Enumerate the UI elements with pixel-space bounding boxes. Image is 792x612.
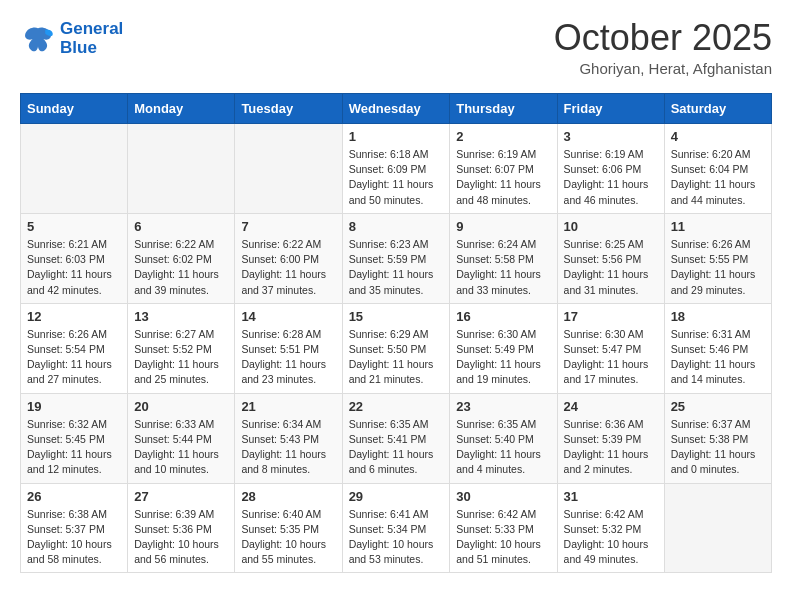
- day-number: 24: [564, 399, 658, 414]
- calendar-cell: 16Sunrise: 6:30 AMSunset: 5:49 PMDayligh…: [450, 303, 557, 393]
- calendar-cell: 8Sunrise: 6:23 AMSunset: 5:59 PMDaylight…: [342, 213, 450, 303]
- calendar-cell: 25Sunrise: 6:37 AMSunset: 5:38 PMDayligh…: [664, 393, 771, 483]
- day-number: 22: [349, 399, 444, 414]
- calendar-cell: 22Sunrise: 6:35 AMSunset: 5:41 PMDayligh…: [342, 393, 450, 483]
- day-number: 28: [241, 489, 335, 504]
- col-friday: Friday: [557, 94, 664, 124]
- calendar-cell: 29Sunrise: 6:41 AMSunset: 5:34 PMDayligh…: [342, 483, 450, 573]
- logo-text: General Blue: [60, 20, 123, 57]
- calendar-cell: 13Sunrise: 6:27 AMSunset: 5:52 PMDayligh…: [128, 303, 235, 393]
- calendar-week-row: 5Sunrise: 6:21 AMSunset: 6:03 PMDaylight…: [21, 213, 772, 303]
- day-info: Sunrise: 6:42 AMSunset: 5:32 PMDaylight:…: [564, 507, 658, 568]
- day-info: Sunrise: 6:40 AMSunset: 5:35 PMDaylight:…: [241, 507, 335, 568]
- day-number: 16: [456, 309, 550, 324]
- calendar-cell: [235, 124, 342, 214]
- day-number: 3: [564, 129, 658, 144]
- day-number: 30: [456, 489, 550, 504]
- calendar-cell: 11Sunrise: 6:26 AMSunset: 5:55 PMDayligh…: [664, 213, 771, 303]
- day-info: Sunrise: 6:39 AMSunset: 5:36 PMDaylight:…: [134, 507, 228, 568]
- calendar-week-row: 26Sunrise: 6:38 AMSunset: 5:37 PMDayligh…: [21, 483, 772, 573]
- calendar-cell: 17Sunrise: 6:30 AMSunset: 5:47 PMDayligh…: [557, 303, 664, 393]
- day-number: 14: [241, 309, 335, 324]
- day-info: Sunrise: 6:35 AMSunset: 5:41 PMDaylight:…: [349, 417, 444, 478]
- calendar-cell: 12Sunrise: 6:26 AMSunset: 5:54 PMDayligh…: [21, 303, 128, 393]
- day-info: Sunrise: 6:24 AMSunset: 5:58 PMDaylight:…: [456, 237, 550, 298]
- day-number: 11: [671, 219, 765, 234]
- calendar-cell: 21Sunrise: 6:34 AMSunset: 5:43 PMDayligh…: [235, 393, 342, 483]
- calendar-cell: 20Sunrise: 6:33 AMSunset: 5:44 PMDayligh…: [128, 393, 235, 483]
- calendar-cell: 5Sunrise: 6:21 AMSunset: 6:03 PMDaylight…: [21, 213, 128, 303]
- calendar-cell: 10Sunrise: 6:25 AMSunset: 5:56 PMDayligh…: [557, 213, 664, 303]
- calendar-table: Sunday Monday Tuesday Wednesday Thursday…: [20, 93, 772, 573]
- calendar-cell: 9Sunrise: 6:24 AMSunset: 5:58 PMDaylight…: [450, 213, 557, 303]
- day-number: 29: [349, 489, 444, 504]
- day-info: Sunrise: 6:31 AMSunset: 5:46 PMDaylight:…: [671, 327, 765, 388]
- day-info: Sunrise: 6:26 AMSunset: 5:55 PMDaylight:…: [671, 237, 765, 298]
- logo: General Blue: [20, 20, 123, 57]
- day-info: Sunrise: 6:34 AMSunset: 5:43 PMDaylight:…: [241, 417, 335, 478]
- calendar-cell: [21, 124, 128, 214]
- day-info: Sunrise: 6:30 AMSunset: 5:47 PMDaylight:…: [564, 327, 658, 388]
- day-number: 1: [349, 129, 444, 144]
- day-info: Sunrise: 6:32 AMSunset: 5:45 PMDaylight:…: [27, 417, 121, 478]
- day-number: 6: [134, 219, 228, 234]
- col-monday: Monday: [128, 94, 235, 124]
- calendar-cell: 30Sunrise: 6:42 AMSunset: 5:33 PMDayligh…: [450, 483, 557, 573]
- day-info: Sunrise: 6:19 AMSunset: 6:06 PMDaylight:…: [564, 147, 658, 208]
- day-number: 8: [349, 219, 444, 234]
- page-header: General Blue October 2025 Ghoriyan, Hera…: [20, 20, 772, 77]
- day-info: Sunrise: 6:35 AMSunset: 5:40 PMDaylight:…: [456, 417, 550, 478]
- day-info: Sunrise: 6:18 AMSunset: 6:09 PMDaylight:…: [349, 147, 444, 208]
- calendar-cell: 27Sunrise: 6:39 AMSunset: 5:36 PMDayligh…: [128, 483, 235, 573]
- day-info: Sunrise: 6:42 AMSunset: 5:33 PMDaylight:…: [456, 507, 550, 568]
- col-wednesday: Wednesday: [342, 94, 450, 124]
- day-number: 15: [349, 309, 444, 324]
- calendar-cell: 31Sunrise: 6:42 AMSunset: 5:32 PMDayligh…: [557, 483, 664, 573]
- day-number: 23: [456, 399, 550, 414]
- day-number: 9: [456, 219, 550, 234]
- calendar-cell: 4Sunrise: 6:20 AMSunset: 6:04 PMDaylight…: [664, 124, 771, 214]
- col-saturday: Saturday: [664, 94, 771, 124]
- calendar-cell: [128, 124, 235, 214]
- day-info: Sunrise: 6:38 AMSunset: 5:37 PMDaylight:…: [27, 507, 121, 568]
- month-year-title: October 2025: [554, 20, 772, 56]
- location-subtitle: Ghoriyan, Herat, Afghanistan: [554, 60, 772, 77]
- day-number: 12: [27, 309, 121, 324]
- calendar-cell: 1Sunrise: 6:18 AMSunset: 6:09 PMDaylight…: [342, 124, 450, 214]
- calendar-cell: [664, 483, 771, 573]
- calendar-cell: 15Sunrise: 6:29 AMSunset: 5:50 PMDayligh…: [342, 303, 450, 393]
- col-thursday: Thursday: [450, 94, 557, 124]
- calendar-cell: 18Sunrise: 6:31 AMSunset: 5:46 PMDayligh…: [664, 303, 771, 393]
- calendar-week-row: 19Sunrise: 6:32 AMSunset: 5:45 PMDayligh…: [21, 393, 772, 483]
- calendar-week-row: 12Sunrise: 6:26 AMSunset: 5:54 PMDayligh…: [21, 303, 772, 393]
- calendar-cell: 23Sunrise: 6:35 AMSunset: 5:40 PMDayligh…: [450, 393, 557, 483]
- col-sunday: Sunday: [21, 94, 128, 124]
- calendar-cell: 6Sunrise: 6:22 AMSunset: 6:02 PMDaylight…: [128, 213, 235, 303]
- calendar-cell: 26Sunrise: 6:38 AMSunset: 5:37 PMDayligh…: [21, 483, 128, 573]
- day-info: Sunrise: 6:33 AMSunset: 5:44 PMDaylight:…: [134, 417, 228, 478]
- day-number: 31: [564, 489, 658, 504]
- day-info: Sunrise: 6:21 AMSunset: 6:03 PMDaylight:…: [27, 237, 121, 298]
- day-number: 5: [27, 219, 121, 234]
- day-info: Sunrise: 6:37 AMSunset: 5:38 PMDaylight:…: [671, 417, 765, 478]
- calendar-cell: 2Sunrise: 6:19 AMSunset: 6:07 PMDaylight…: [450, 124, 557, 214]
- day-number: 13: [134, 309, 228, 324]
- day-info: Sunrise: 6:26 AMSunset: 5:54 PMDaylight:…: [27, 327, 121, 388]
- calendar-cell: 3Sunrise: 6:19 AMSunset: 6:06 PMDaylight…: [557, 124, 664, 214]
- day-number: 21: [241, 399, 335, 414]
- day-info: Sunrise: 6:23 AMSunset: 5:59 PMDaylight:…: [349, 237, 444, 298]
- day-info: Sunrise: 6:30 AMSunset: 5:49 PMDaylight:…: [456, 327, 550, 388]
- calendar-cell: 14Sunrise: 6:28 AMSunset: 5:51 PMDayligh…: [235, 303, 342, 393]
- day-number: 10: [564, 219, 658, 234]
- calendar-cell: 19Sunrise: 6:32 AMSunset: 5:45 PMDayligh…: [21, 393, 128, 483]
- day-number: 18: [671, 309, 765, 324]
- day-info: Sunrise: 6:25 AMSunset: 5:56 PMDaylight:…: [564, 237, 658, 298]
- day-info: Sunrise: 6:20 AMSunset: 6:04 PMDaylight:…: [671, 147, 765, 208]
- day-info: Sunrise: 6:28 AMSunset: 5:51 PMDaylight:…: [241, 327, 335, 388]
- day-info: Sunrise: 6:29 AMSunset: 5:50 PMDaylight:…: [349, 327, 444, 388]
- day-info: Sunrise: 6:27 AMSunset: 5:52 PMDaylight:…: [134, 327, 228, 388]
- calendar-cell: 24Sunrise: 6:36 AMSunset: 5:39 PMDayligh…: [557, 393, 664, 483]
- day-info: Sunrise: 6:22 AMSunset: 6:00 PMDaylight:…: [241, 237, 335, 298]
- day-number: 17: [564, 309, 658, 324]
- day-number: 26: [27, 489, 121, 504]
